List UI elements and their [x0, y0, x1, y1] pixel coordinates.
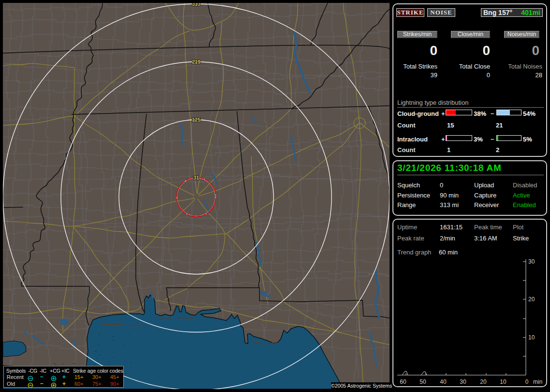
svg-text:60: 60	[400, 378, 406, 385]
svg-text:125: 125	[192, 117, 201, 123]
svg-text:40: 40	[440, 378, 447, 385]
svg-text:30: 30	[528, 258, 535, 265]
svg-text:0: 0	[525, 378, 529, 385]
svg-text:50: 50	[420, 378, 426, 385]
svg-text:20: 20	[480, 378, 487, 385]
svg-text:30: 30	[460, 378, 466, 385]
svg-text:min: min	[533, 378, 542, 385]
svg-text:313: 313	[192, 3, 201, 7]
svg-text:10: 10	[500, 378, 507, 385]
svg-text:10: 10	[528, 334, 535, 341]
svg-text:31: 31	[193, 175, 199, 181]
svg-text:20: 20	[528, 296, 535, 303]
svg-text:219: 219	[192, 59, 201, 65]
